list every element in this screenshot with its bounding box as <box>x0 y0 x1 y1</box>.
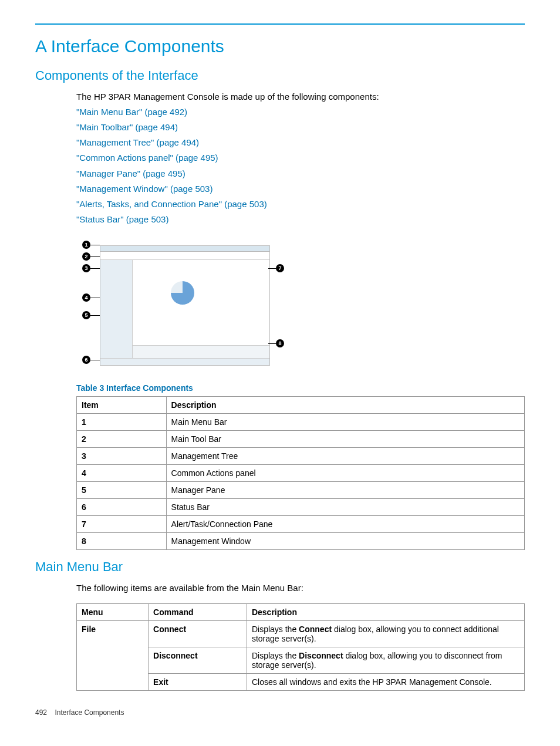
col-description: Description <box>166 396 524 413</box>
cell-item: 2 <box>77 430 167 447</box>
table-row: 5Manager Pane <box>77 481 525 498</box>
cell-item: 3 <box>77 447 167 464</box>
table-row: 3Management Tree <box>77 447 525 464</box>
table-row: 4Common Actions panel <box>77 464 525 481</box>
cell-desc: Management Tree <box>166 447 524 464</box>
col-description: Description <box>247 604 524 621</box>
intro-text: The HP 3PAR Management Console is made u… <box>76 89 525 104</box>
cell-desc: Main Menu Bar <box>166 413 524 430</box>
col-menu: Menu <box>77 604 149 621</box>
cell-desc: Manager Pane <box>166 481 524 498</box>
cell-desc: Alert/Task/Connection Pane <box>166 515 524 532</box>
link-management-tree[interactable]: "Management Tree" (page 494) <box>76 135 525 150</box>
callout-6: 6 <box>82 356 90 364</box>
desc-bold: Disconnect <box>299 651 343 660</box>
cell-desc: Common Actions panel <box>166 464 524 481</box>
cell-command: Disconnect <box>149 647 247 674</box>
cell-command: Connect <box>149 621 247 647</box>
cell-desc: Displays the Disconnect dialog box, allo… <box>247 647 524 674</box>
cell-item: 4 <box>77 464 167 481</box>
cell-menu: File <box>77 621 149 691</box>
link-status-bar[interactable]: "Status Bar" (page 503) <box>76 212 525 227</box>
desc-post: Closes all windows and exits the HP 3PAR… <box>252 677 492 687</box>
cell-desc: Management Window <box>166 532 524 549</box>
link-common-actions-panel[interactable]: "Common Actions panel" (page 495) <box>76 150 525 166</box>
cell-desc: Closes all windows and exits the HP 3PAR… <box>247 674 524 691</box>
link-main-toolbar[interactable]: "Main Toolbar" (page 494) <box>76 120 525 135</box>
col-item: Item <box>77 396 167 413</box>
callout-7: 7 <box>276 264 284 272</box>
desc-pre: Displays the <box>252 625 299 634</box>
table-row: 1Main Menu Bar <box>77 413 525 430</box>
cell-item: 1 <box>77 413 167 430</box>
interface-figure: 1 2 3 4 5 6 7 8 <box>76 239 288 372</box>
col-command: Command <box>149 604 247 621</box>
callout-5: 5 <box>82 311 90 319</box>
cell-item: 5 <box>77 481 167 498</box>
cell-item: 6 <box>77 498 167 515</box>
callout-4: 4 <box>82 293 90 302</box>
page-footer: 492 Interface Components <box>35 708 525 717</box>
table-row: 2Main Tool Bar <box>77 430 525 447</box>
footer-text: Interface Components <box>55 708 124 717</box>
main-menu-bar-table: Menu Command Description File Connect Di… <box>76 603 525 691</box>
desc-pre: Displays the <box>252 651 299 660</box>
page-title: A Interface Components <box>35 36 525 56</box>
link-main-menu-bar[interactable]: "Main Menu Bar" (page 492) <box>76 104 525 120</box>
link-alerts-tasks-connection-pane[interactable]: "Alerts, Tasks, and Connection Pane" (pa… <box>76 197 525 212</box>
section-main-menu-bar-title: Main Menu Bar <box>35 559 525 575</box>
cell-desc: Main Tool Bar <box>166 430 524 447</box>
section-components-title: Components of the Interface <box>35 68 525 83</box>
table-row: 7Alert/Task/Connection Pane <box>77 515 525 532</box>
section2-intro: The following items are available from t… <box>76 580 525 596</box>
top-rule <box>35 23 525 25</box>
cell-desc: Status Bar <box>166 498 524 515</box>
table-row: 8Management Window <box>77 532 525 549</box>
link-list: "Main Menu Bar" (page 492) "Main Toolbar… <box>76 104 525 228</box>
desc-bold: Connect <box>299 625 332 634</box>
cell-command: Exit <box>149 674 247 691</box>
table3-caption: Table 3 Interface Components <box>76 383 525 393</box>
link-management-window[interactable]: "Management Window" (page 503) <box>76 181 525 197</box>
cell-desc: Displays the Connect dialog box, allowin… <box>247 621 524 647</box>
page-number: 492 <box>35 708 47 717</box>
callout-8: 8 <box>276 339 284 347</box>
interface-components-table: Item Description 1Main Menu Bar 2Main To… <box>76 396 525 550</box>
table-row: 6Status Bar <box>77 498 525 515</box>
figure-app-screenshot <box>100 245 270 366</box>
table-row: File Connect Displays the Connect dialog… <box>77 621 525 647</box>
callout-1: 1 <box>82 241 90 249</box>
cell-item: 8 <box>77 532 167 549</box>
link-manager-pane[interactable]: "Manager Pane" (page 495) <box>76 166 525 181</box>
callout-3: 3 <box>82 264 90 272</box>
cell-item: 7 <box>77 515 167 532</box>
callout-2: 2 <box>82 252 90 261</box>
